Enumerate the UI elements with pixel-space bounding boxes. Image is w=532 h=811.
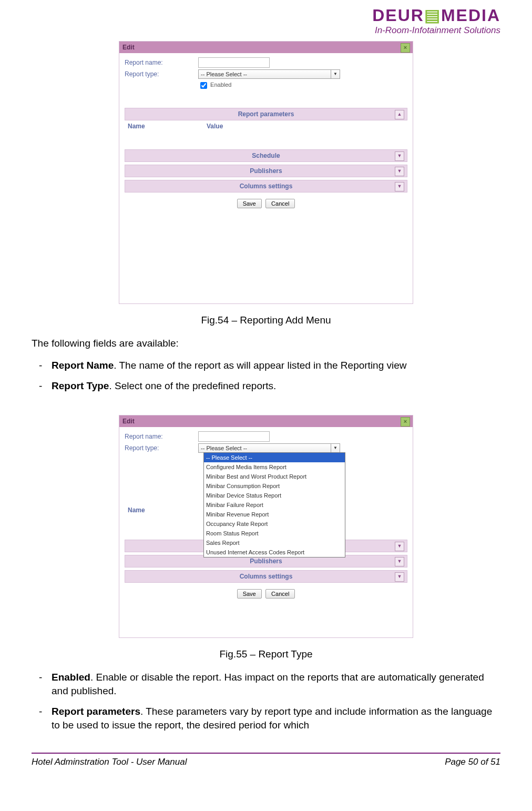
list-item: Enabled. Enable or disable the report. H… [39,671,500,697]
dropdown-option[interactable]: Minibar Device Status Report [204,491,345,500]
select-value: -- Please Select -- [201,445,247,451]
page-footer: Hotel Adminstration Tool - User Manual P… [32,753,500,767]
list-item: Report parameters. These parameters vary… [39,705,500,732]
term-desc: . Enable or disable the report. Has impa… [52,672,484,696]
bold-term: Report parameters [52,706,140,717]
footer-left: Hotel Adminstration Tool - User Manual [32,757,187,767]
figure-55-screenshot: Edit × Report name: Report type: -- Plea… [119,415,413,638]
chevron-down-icon: ▼ [395,557,404,566]
dropdown-option[interactable]: Configured Media Items Report [204,462,345,472]
dialog-title: Edit [122,44,135,51]
select-value: -- Please Select -- [201,71,247,77]
dropdown-option[interactable]: Unused Internet Access Codes Report [204,548,345,557]
bold-term: Enabled [52,672,90,683]
logo-icon: ▤ [424,6,441,25]
chevron-down-icon: ▼ [395,572,404,582]
params-header-row: Name Value [125,120,407,132]
dropdown-option[interactable]: Occupancy Rate Report [204,519,345,529]
section-label: Publishers [250,167,282,175]
col-name: Name [128,123,207,130]
cancel-button[interactable]: Cancel [265,589,295,599]
brand-logo: DEUR▤MEDIA In-Room-Infotainment Solution… [32,5,500,36]
logo-subtitle: In-Room-Infotainment Solutions [32,25,500,36]
chevron-down-icon: ▼ [395,182,404,191]
dialog-titlebar: Edit × [119,415,413,427]
dropdown-option[interactable]: -- Please Select -- [204,453,345,462]
publishers-section[interactable]: Publishers ▼ [125,165,407,177]
dropdown-option[interactable]: Sales Report [204,538,345,548]
save-button[interactable]: Save [237,199,262,208]
close-icon[interactable]: × [401,43,410,53]
dialog-title: Edit [122,418,135,425]
dropdown-option[interactable]: Room Status Report [204,529,345,538]
report-type-select[interactable]: -- Please Select -- ▼ [198,443,340,453]
chevron-down-icon: ▼ [331,70,340,78]
chevron-down-icon: ▼ [395,167,404,176]
section-label: Columns settings [240,183,293,190]
report-type-select[interactable]: -- Please Select -- ▼ [198,69,340,79]
fields-list-1: Report Name. The name of the report as w… [32,359,500,393]
term-desc: . The name of the report as will appear … [114,360,406,371]
report-name-label: Report name: [125,59,198,66]
footer-right: Page 50 of 51 [445,757,500,767]
save-button[interactable]: Save [237,589,262,599]
col-value: Value [207,123,223,130]
columns-settings-section[interactable]: Columns settings ▼ [125,570,407,583]
enabled-checkbox[interactable] [200,82,207,89]
figure-54-caption: Fig.54 – Reporting Add Menu [32,315,500,326]
report-parameters-section[interactable]: Report parameters ▲ [125,108,407,120]
report-type-dropdown: -- Please Select -- Configured Media Ite… [203,452,345,557]
list-item: Report Type. Select one of the predefine… [39,379,500,393]
dropdown-option[interactable]: Minibar Failure Report [204,500,345,510]
logo-pre: DEUR [372,6,424,25]
bold-term: Report Name [52,360,114,371]
report-type-label: Report type: [125,444,198,452]
figure-54-screenshot: Edit × Report name: Report type: -- Plea… [119,41,413,304]
section-label: Schedule [252,152,280,159]
cancel-button[interactable]: Cancel [265,199,295,208]
enabled-label: Enabled [210,82,231,88]
col-name: Name [128,506,207,514]
chevron-down-icon: ▼ [331,444,340,452]
section-label: Report parameters [238,110,294,118]
dialog-titlebar: Edit × [119,42,413,53]
list-item: Report Name. The name of the report as w… [39,359,500,372]
section-label: Publishers [250,557,282,565]
section-label: Columns settings [240,573,293,580]
report-name-input[interactable] [198,57,270,68]
logo-post: MEDIA [441,6,500,25]
intro-text: The following fields are available: [32,337,500,350]
chevron-down-icon: ▼ [395,151,404,161]
report-name-input[interactable] [198,431,270,442]
chevron-down-icon: ▼ [395,542,404,551]
term-desc: . Select one of the predefined reports. [109,380,276,391]
schedule-section[interactable]: Schedule ▼ [125,149,407,162]
close-icon[interactable]: × [401,417,410,427]
columns-settings-section[interactable]: Columns settings ▼ [125,180,407,192]
bold-term: Report Type [52,380,109,391]
dropdown-option[interactable]: Minibar Revenue Report [204,510,345,519]
chevron-up-icon: ▲ [395,110,404,119]
fields-list-2: Enabled. Enable or disable the report. H… [32,671,500,732]
report-type-label: Report type: [125,70,198,78]
figure-55-caption: Fig.55 – Report Type [32,648,500,660]
dropdown-option[interactable]: Minibar Best and Worst Product Report [204,472,345,481]
dropdown-option[interactable]: Minibar Consumption Report [204,481,345,491]
report-name-label: Report name: [125,433,198,440]
